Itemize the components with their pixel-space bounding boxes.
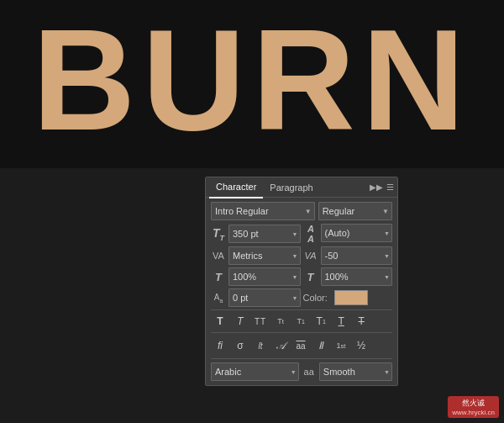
aa-label: aa <box>302 367 316 377</box>
size-leading-row: TT 350 pt AA (Auto) <box>211 224 392 244</box>
vertical-scale-icon: T <box>211 271 226 283</box>
watermark: 然火诚 www.hrycki.cn <box>448 396 499 418</box>
font-row: Intro Regular Regular <box>211 202 392 220</box>
leading-select[interactable]: (Auto) <box>321 224 393 242</box>
subscript-button[interactable]: T1 <box>312 312 330 330</box>
bottom-row: Arabic aa Smooth <box>211 362 392 381</box>
panel-menu-icon[interactable]: ☰ <box>386 182 394 192</box>
tracking-select-wrapper[interactable]: -50 <box>321 246 393 265</box>
font-size-icon: TT <box>211 226 226 242</box>
ligature-ordinal-button[interactable]: Ⅱ <box>312 336 330 355</box>
tracking-select[interactable]: -50 <box>321 246 393 265</box>
ligature-fi-button[interactable]: fi <box>211 336 229 355</box>
size-field: TT 350 pt <box>211 224 301 244</box>
baseline-icon: Aa <box>211 293 226 304</box>
ligature-sup-button[interactable]: 1st <box>332 336 350 355</box>
ligature-st-button[interactable]: ſt <box>251 336 270 355</box>
ligature-swash-button[interactable]: 𝒜 <box>271 336 290 355</box>
panel-tab-bar: Character Paragraph ▶▶ ☰ <box>206 177 397 198</box>
underline-button[interactable]: T <box>332 312 350 330</box>
leading-icon: AA <box>303 224 318 244</box>
tracking-icon: VA <box>303 251 318 261</box>
color-field: Color: <box>303 288 393 307</box>
bold-button[interactable]: T <box>211 312 229 330</box>
font-style-select[interactable]: Regular <box>318 202 392 220</box>
font-name-select[interactable]: Intro Regular <box>211 202 315 220</box>
vertical-scale-wrapper[interactable]: 100% <box>228 267 301 286</box>
font-name-wrapper[interactable]: Intro Regular <box>211 202 315 220</box>
ligature-aa-button[interactable]: aa <box>291 336 310 355</box>
panel-forward-icon[interactable]: ▶▶ <box>370 182 383 192</box>
baseline-color-row: Aa 0 pt Color: <box>211 288 392 307</box>
horizontal-scale-icon: T <box>303 271 318 283</box>
ligature-fraction-button[interactable]: ½ <box>352 336 370 355</box>
tab-paragraph[interactable]: Paragraph <box>263 177 319 198</box>
antialiasing-select[interactable]: Smooth <box>319 362 392 381</box>
leading-field: AA (Auto) <box>303 224 393 244</box>
color-swatch[interactable] <box>334 290 368 305</box>
kerning-select-wrapper[interactable]: Metrics <box>228 246 301 265</box>
tab-character[interactable]: Character <box>209 177 263 198</box>
ligature-sigma-button[interactable]: σ <box>231 336 249 355</box>
panel-tab-controls: ▶▶ ☰ <box>370 182 394 192</box>
baseline-field: Aa 0 pt <box>211 288 301 307</box>
vertical-scale-select[interactable]: 100% <box>228 267 301 286</box>
font-style-wrapper[interactable]: Regular <box>318 202 392 220</box>
kerning-icon: VA <box>211 251 226 261</box>
horizontal-scale-field: T 100% <box>303 267 393 286</box>
strikethrough-button[interactable]: T <box>352 312 370 330</box>
horizontal-scale-select[interactable]: 100% <box>321 267 393 286</box>
baseline-select[interactable]: 0 pt <box>228 288 301 307</box>
kerning-select[interactable]: Metrics <box>228 246 301 265</box>
watermark-line1: 然火诚 <box>452 398 495 409</box>
kerning-tracking-row: VA Metrics VA -50 <box>211 246 392 265</box>
color-label: Color: <box>303 293 328 303</box>
baseline-wrapper[interactable]: 0 pt <box>228 288 301 307</box>
character-panel: Character Paragraph ▶▶ ☰ Intro Regular R… <box>205 177 398 386</box>
superscript-button[interactable]: T1 <box>291 312 310 330</box>
kerning-field: VA Metrics <box>211 246 301 265</box>
font-size-select[interactable]: 350 pt <box>228 225 301 243</box>
watermark-site: www.hrycki.cn <box>452 409 495 416</box>
size-select-wrapper[interactable]: 350 pt <box>228 225 301 243</box>
ligatures-row: fi σ ſt 𝒜 aa Ⅱ 1st ½ <box>211 336 392 359</box>
bottom-area: Character Paragraph ▶▶ ☰ Intro Regular R… <box>0 168 504 423</box>
tracking-field: VA -50 <box>303 246 393 265</box>
horizontal-scale-wrapper[interactable]: 100% <box>321 267 393 286</box>
vertical-scale-field: T 100% <box>211 267 301 286</box>
allcaps-button[interactable]: TT <box>251 312 270 330</box>
leading-select-wrapper[interactable]: (Auto) <box>321 224 393 242</box>
style-buttons-row: T T TT Tt T1 T1 T T <box>211 309 392 333</box>
scale-row: T 100% T 100% <box>211 267 392 286</box>
canvas-text: BURN <box>32 8 471 160</box>
canvas-area: BURN <box>0 0 504 168</box>
smallcaps-button[interactable]: Tt <box>271 312 290 330</box>
smooth-wrapper[interactable]: Smooth <box>319 362 392 381</box>
language-wrapper[interactable]: Arabic <box>211 362 299 381</box>
language-select[interactable]: Arabic <box>211 362 299 381</box>
italic-button[interactable]: T <box>231 312 249 330</box>
panel-body: Intro Regular Regular TT 350 pt <box>206 198 397 385</box>
